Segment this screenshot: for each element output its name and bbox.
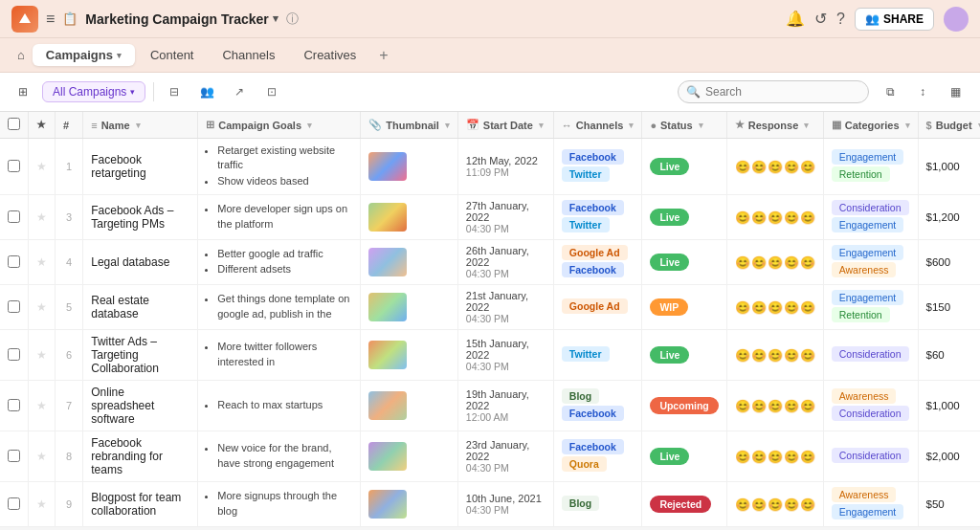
category-badge[interactable]: Engagement [832, 245, 904, 260]
category-badge[interactable]: Retention [832, 166, 890, 182]
share-button[interactable]: 👥 SHARE [855, 8, 934, 31]
row-star-icon[interactable]: ★ [36, 498, 47, 510]
channel-badge[interactable]: Quora [562, 456, 607, 472]
channel-badge[interactable]: Twitter [562, 217, 610, 232]
row-checkbox[interactable] [8, 160, 20, 172]
category-badge[interactable]: Consideration [832, 346, 909, 362]
more-view-icon[interactable]: ⊡ [259, 79, 284, 104]
campaign-channels: Blog [553, 482, 642, 527]
tab-campaigns[interactable]: Campaigns ▾ [33, 44, 135, 66]
category-badge[interactable]: Consideration [832, 448, 909, 463]
channel-badge[interactable]: Blog [562, 496, 599, 511]
col-categories[interactable]: ▦Categories▾ [823, 112, 918, 139]
channel-badge[interactable]: Facebook [562, 439, 624, 454]
history-icon[interactable]: ↺ [814, 10, 827, 28]
columns-icon[interactable]: ⊟ [162, 79, 187, 104]
category-badge[interactable]: Engagement [832, 504, 904, 519]
row-star-icon[interactable]: ★ [36, 451, 47, 462]
tab-content-label: Content [150, 48, 194, 62]
share-view-icon[interactable]: ↗ [227, 79, 252, 104]
row-star-icon[interactable]: ★ [36, 349, 47, 361]
col-thumbnail[interactable]: 📎Thumbnail▾ [361, 112, 458, 139]
col-channels[interactable]: ↔Channels▾ [553, 112, 642, 139]
col-name[interactable]: ≡Name▾ [83, 112, 198, 139]
info-icon[interactable]: ⓘ [286, 11, 299, 28]
menu-icon[interactable]: ≡ [46, 11, 55, 28]
row-checkbox[interactable] [8, 255, 20, 268]
category-badge[interactable]: Awareness [832, 262, 897, 277]
breadcrumb-chevron[interactable]: ▾ [273, 12, 278, 25]
campaign-name[interactable]: Facebook rebranding for teams [83, 431, 198, 482]
category-badge[interactable]: Engagement [832, 290, 904, 305]
all-campaigns-filter[interactable]: All Campaigns ▾ [42, 81, 145, 102]
campaign-name[interactable]: Real estate database [83, 285, 198, 330]
row-number: 6 [56, 330, 83, 381]
row-star-icon[interactable]: ★ [36, 161, 47, 172]
category-badge[interactable]: Awareness [832, 388, 897, 404]
category-badge[interactable]: Engagement [832, 149, 904, 165]
row-checkbox[interactable] [8, 497, 20, 510]
channel-badge[interactable]: Twitter [562, 346, 610, 362]
campaign-channels: FacebookTwitter [553, 139, 642, 195]
campaign-budget: $150 [918, 285, 980, 330]
col-startdate[interactable]: 📅Start Date▾ [457, 112, 553, 139]
channel-badge[interactable]: Facebook [562, 200, 624, 215]
date-value: 10th June, 2021 [466, 493, 546, 504]
filter-icon[interactable]: ⧉ [877, 78, 903, 105]
campaign-response: 😊😊😊😊😊 [726, 381, 823, 431]
campaign-name[interactable]: Legal database [83, 240, 198, 285]
row-star-icon[interactable]: ★ [36, 211, 47, 223]
channel-badge[interactable]: Facebook [562, 149, 624, 165]
row-checkbox[interactable] [8, 399, 20, 411]
avatar[interactable] [944, 7, 969, 32]
channel-badge[interactable]: Google Ad [562, 298, 628, 314]
help-icon[interactable]: ? [836, 11, 845, 28]
row-checkbox[interactable] [8, 450, 20, 462]
col-cat-label: Categories [845, 120, 900, 131]
tab-channels[interactable]: Channels [209, 44, 288, 66]
campaign-channels: FacebookTwitter [553, 195, 642, 240]
sort-icon[interactable]: ↕ [909, 78, 936, 105]
time-value: 04:30 PM [466, 462, 546, 474]
channel-badge[interactable]: Facebook [562, 406, 624, 421]
group-icon[interactable]: 👥 [194, 79, 219, 104]
category-badge[interactable]: Awareness [832, 487, 897, 502]
campaign-name[interactable]: Facebook Ads – Targeting PMs [83, 195, 198, 240]
category-badge[interactable]: Engagement [832, 217, 904, 232]
select-all-checkbox[interactable] [8, 118, 20, 130]
tab-home[interactable]: ⌂ [11, 44, 31, 66]
row-number: 3 [56, 195, 83, 240]
channel-badge[interactable]: Twitter [562, 166, 610, 182]
display-icon[interactable]: ▦ [942, 78, 969, 105]
bell-icon[interactable]: 🔔 [786, 10, 805, 28]
grid-view-icon[interactable]: ⊞ [11, 80, 34, 103]
row-star-icon[interactable]: ★ [36, 301, 47, 313]
tab-creatives[interactable]: Creatives [290, 44, 369, 66]
category-badge[interactable]: Consideration [832, 406, 909, 421]
channel-badge[interactable]: Google Ad [562, 245, 628, 260]
row-checkbox[interactable] [8, 210, 20, 223]
category-badge[interactable]: Retention [832, 307, 890, 322]
star-col-icon: ★ [36, 119, 46, 130]
response-emoji: 😊 [768, 450, 783, 464]
col-goals-label: Campaign Goals [218, 120, 301, 131]
campaign-name[interactable]: Blogpost for team collaboration [83, 482, 198, 527]
row-checkbox[interactable] [8, 300, 20, 313]
campaign-goals: Reach to max startups [198, 381, 361, 431]
add-tab-button[interactable]: + [371, 43, 395, 68]
col-response[interactable]: ★Response▾ [726, 112, 823, 139]
campaign-name[interactable]: Online spreadsheet software [83, 381, 198, 431]
row-checkbox[interactable] [8, 348, 20, 361]
channel-badge[interactable]: Blog [562, 388, 599, 404]
search-input[interactable] [678, 80, 869, 103]
channel-badge[interactable]: Facebook [562, 262, 624, 277]
row-star-icon[interactable]: ★ [36, 400, 47, 411]
campaign-name[interactable]: Twitter Ads – Targeting Collaboration [83, 330, 198, 381]
col-budget[interactable]: $Budget▾ [918, 112, 980, 139]
col-goals[interactable]: ⊞Campaign Goals▾ [198, 112, 361, 139]
category-badge[interactable]: Consideration [832, 200, 909, 215]
col-status[interactable]: ●Status▾ [642, 112, 726, 139]
tab-content[interactable]: Content [137, 44, 208, 66]
row-star-icon[interactable]: ★ [36, 256, 47, 268]
campaign-name[interactable]: Facebook retargeting [83, 139, 198, 195]
